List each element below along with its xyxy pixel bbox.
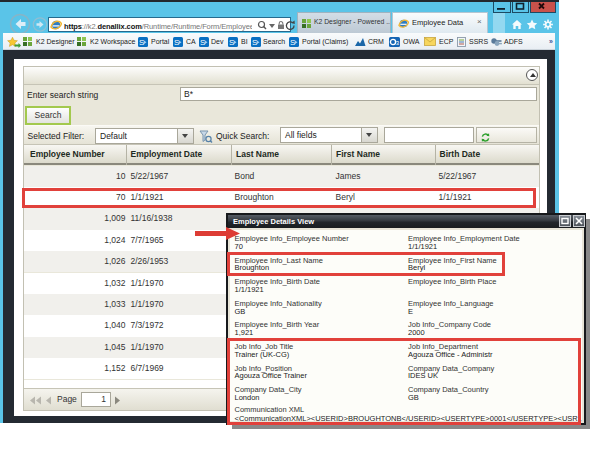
svg-text:S: S — [290, 38, 295, 47]
svg-text:S: S — [200, 38, 205, 47]
svg-text:S: S — [252, 38, 257, 47]
svg-text:S: S — [139, 38, 144, 47]
svg-text:S: S — [174, 38, 179, 47]
svg-text:S: S — [229, 38, 234, 47]
